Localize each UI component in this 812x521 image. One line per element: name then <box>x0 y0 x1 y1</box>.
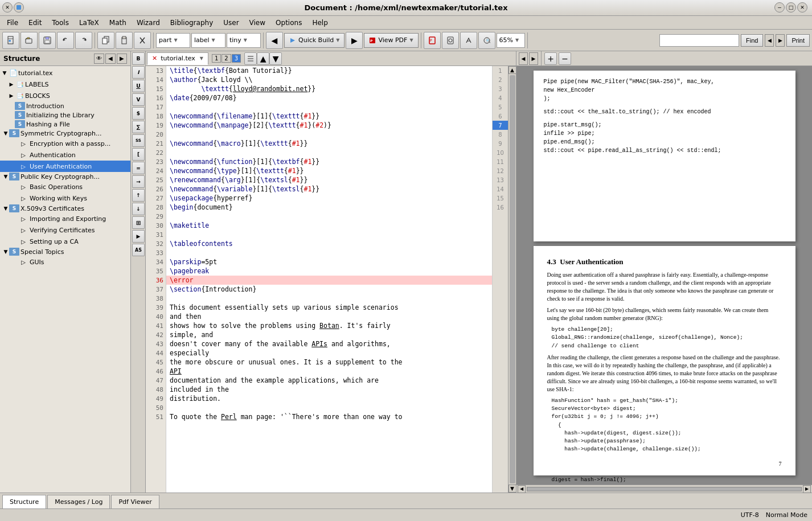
menu-bibliography[interactable]: Bibliography <box>166 18 218 28</box>
sec-btn-b[interactable]: B <box>132 52 145 65</box>
code-line-17[interactable] <box>166 102 492 112</box>
save-file-btn[interactable] <box>39 32 56 49</box>
pdf-tool-3[interactable] <box>460 32 477 49</box>
pdf-hscroll-left-btn[interactable]: ◀ <box>518 485 526 493</box>
sec-btn-arrow[interactable]: → <box>132 175 145 188</box>
tiny-dropdown[interactable]: tiny ▼ <box>227 33 261 48</box>
pdf-scrollbar-bottom[interactable]: ◀ ▶ <box>516 485 812 493</box>
tree-item-working-keys[interactable]: ▷ Working with Keys <box>0 192 130 204</box>
sec-btn-dollar[interactable]: $ <box>132 107 145 120</box>
tree-item-importing[interactable]: ▷ Importing and Exporting <box>0 213 130 224</box>
wm-minimize-btn[interactable]: − <box>774 2 785 13</box>
pdf-nav-left-btn[interactable]: ◀ <box>519 52 528 65</box>
pdf-zoom-in-btn[interactable]: + <box>544 52 557 65</box>
code-line-50[interactable] <box>166 403 492 412</box>
editor-scrollbar[interactable]: ▲ ▼ <box>508 66 516 493</box>
find-prev-btn[interactable]: ◀ <box>765 34 774 47</box>
pdf-nav-right-btn[interactable]: ▶ <box>529 52 538 65</box>
tree-item-labels[interactable]: ▶ 📑 LABELS <box>0 79 130 90</box>
undo-btn[interactable] <box>57 32 74 49</box>
sec-btn-i[interactable]: I <box>132 66 145 79</box>
menu-wizard[interactable]: Wizard <box>132 18 165 28</box>
tree-item-introduction[interactable]: S Introduction <box>0 101 130 110</box>
sec-btn-ss[interactable]: SS <box>132 134 145 147</box>
wm-close-btn2[interactable]: ✕ <box>797 2 807 13</box>
pdf-zoom-out-btn[interactable]: − <box>559 52 571 65</box>
code-line-27[interactable]: \usepackage{hyperref} <box>166 194 492 203</box>
code-line-42[interactable]: simple, and <box>166 330 492 339</box>
menu-tools[interactable]: Tools <box>47 18 73 28</box>
code-line-34[interactable]: \parskip=5pt <box>166 257 492 266</box>
tree-item-x509[interactable]: ▼ S X.509v3 Certificates <box>0 204 130 213</box>
tree-item-ca[interactable]: ▷ Setting up a CA <box>0 236 130 247</box>
view-pdf-btn[interactable]: P View PDF ▼ <box>364 33 418 48</box>
code-line-28[interactable]: \begin{document} <box>166 203 492 212</box>
code-line-46[interactable]: API <box>166 367 492 376</box>
code-line-20[interactable] <box>166 130 492 139</box>
structure-nav-left-btn[interactable]: ◀ <box>105 54 116 64</box>
tree-item-encryption[interactable]: ▷ Encryption with a passp... <box>0 138 130 149</box>
menu-edit[interactable]: Edit <box>24 18 46 28</box>
pdf-hscroll-right-btn[interactable]: ▶ <box>803 485 811 493</box>
code-line-45[interactable]: the more obscure or unusual ones. It is … <box>166 358 492 367</box>
find-button[interactable]: Find <box>741 34 763 47</box>
scroll-up-btn[interactable]: ▲ <box>508 66 516 74</box>
page-3-btn[interactable]: 3 <box>232 54 241 63</box>
menu-help[interactable]: Help <box>307 18 332 28</box>
wm-buttons-right[interactable]: − □ ✕ <box>774 2 807 13</box>
tree-item-authentication[interactable]: ▷ Authentication <box>0 149 130 161</box>
wm-icon-btn[interactable] <box>14 2 24 13</box>
code-line-22[interactable] <box>166 148 492 157</box>
redo-btn[interactable] <box>75 32 92 49</box>
structure-nav-right-btn[interactable]: ▶ <box>117 54 127 64</box>
editor-text[interactable]: \title{\textbf{Botan Tutorial}} \author{… <box>166 66 492 493</box>
code-line-44[interactable]: especially <box>166 348 492 358</box>
code-line-24[interactable]: \newcommand{\type}[1]{\texttt{#1}} <box>166 166 492 175</box>
code-line-38[interactable] <box>166 294 492 303</box>
menu-view[interactable]: View <box>245 18 270 28</box>
bottom-tab-messages[interactable]: Messages / Log <box>47 495 110 508</box>
page-2-btn[interactable]: 2 <box>222 54 231 63</box>
code-line-43[interactable]: doesn't cover many of the available APIs… <box>166 339 492 348</box>
tree-item-initializing[interactable]: S Initializing the Library <box>0 110 130 120</box>
code-line-40[interactable]: and then <box>166 312 492 321</box>
menu-latex[interactable]: LaTeX <box>75 18 104 28</box>
nav-left-btn[interactable]: ◀ <box>266 32 283 49</box>
tree-item-tutorial-tex[interactable]: ▼ 📄 tutorial.tex <box>0 67 130 79</box>
pdf-tool-2[interactable] <box>442 32 459 49</box>
open-file-btn[interactable] <box>20 32 38 49</box>
structure-nav-eye-btn[interactable]: 👁 <box>94 54 104 64</box>
menu-math[interactable]: Math <box>105 18 131 28</box>
sec-btn-bracket[interactable]: [ <box>132 148 145 161</box>
code-line-33[interactable] <box>166 248 492 257</box>
tree-item-blocks[interactable]: ▶ 📑 BLOCKS <box>0 90 130 101</box>
code-line-16[interactable]: \date{2009/07/08} <box>166 93 492 102</box>
part-dropdown[interactable]: part ▼ <box>156 33 190 48</box>
code-line-26[interactable]: \newcommand{\variable}[1]{\textsl{#1}} <box>166 184 492 194</box>
editor-down-btn[interactable]: ▼ <box>269 52 282 65</box>
tree-item-pubkey[interactable]: ▼ S Public Key Cryptograph... <box>0 172 130 181</box>
menu-file[interactable]: File <box>2 18 23 28</box>
code-line-23[interactable]: \newcommand{\function}[1]{\textbf{#1}} <box>166 157 492 166</box>
paste-btn[interactable] <box>116 32 133 49</box>
code-line-47[interactable]: documentation and the example applicatio… <box>166 376 492 385</box>
code-line-37[interactable]: \section{Introduction} <box>166 285 492 294</box>
sec-btn-sum[interactable]: ∑ <box>132 121 145 133</box>
sec-btn-v[interactable]: V <box>132 93 145 106</box>
code-line-30[interactable]: \maketitle <box>166 221 492 230</box>
code-line-39[interactable]: This document essentially sets up variou… <box>166 303 492 312</box>
code-line-31[interactable] <box>166 230 492 239</box>
code-line-36[interactable]: \error <box>166 276 492 285</box>
page-1-btn[interactable]: 1 <box>212 54 221 63</box>
tree-item-user-auth[interactable]: ▷ User Authentication <box>0 161 130 172</box>
code-line-19[interactable]: \newcommand{\manpage}[2]{\texttt{#1}(#2)… <box>166 121 492 130</box>
code-line-49[interactable]: distribution. <box>166 394 492 403</box>
tree-item-verifying[interactable]: ▷ Verifying Certificates <box>0 224 130 236</box>
sec-btn-eq[interactable]: = <box>132 162 145 174</box>
print-button[interactable]: Print <box>786 34 810 47</box>
menu-user[interactable]: User <box>219 18 243 28</box>
editor-up-btn[interactable]: ▲ <box>257 52 269 65</box>
code-line-18[interactable]: \newcommand{\filename}[1]{\texttt{#1}} <box>166 112 492 121</box>
copy-btn[interactable] <box>97 32 114 49</box>
tree-item-special[interactable]: ▼ S Special Topics <box>0 247 130 256</box>
